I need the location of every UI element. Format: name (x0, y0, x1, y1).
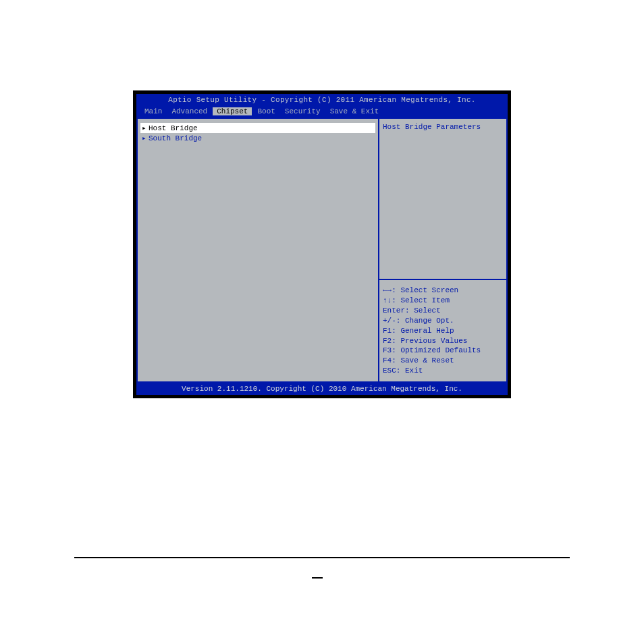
footer-text: Version 2.11.1210. Copyright (C) 2010 Am… (136, 383, 508, 395)
tab-advanced[interactable]: Advanced (167, 107, 211, 115)
menu-item-label: Host Bridge (149, 124, 198, 132)
menu-item-host-bridge[interactable]: ▸Host Bridge (140, 123, 375, 133)
page-dash (312, 577, 323, 579)
keyhelp-line: +/-: Change Opt. (383, 316, 503, 326)
keyhelp-line: ↑↓: Select Item (383, 296, 503, 306)
content-area: ▸Host Bridge ▸South Bridge Host Bridge P… (136, 117, 508, 383)
menu-item-label: South Bridge (149, 134, 202, 142)
page-divider (74, 557, 570, 558)
menu-panel: ▸Host Bridge ▸South Bridge (138, 117, 378, 383)
triangle-right-icon: ▸ (142, 134, 149, 142)
keyhelp-line: F1: General Help (383, 326, 503, 336)
keyhelp-line: Enter: Select (383, 306, 503, 316)
help-description: Host Bridge Parameters (379, 119, 506, 279)
keyhelp-line: F4: Save & Reset (383, 356, 503, 366)
tab-security[interactable]: Security (281, 107, 325, 115)
tab-main[interactable]: Main (140, 107, 166, 115)
keyhelp-line: ESC: Exit (383, 366, 503, 376)
keyhelp-line: F3: Optimized Defaults (383, 346, 503, 356)
tab-boot[interactable]: Boot (253, 107, 279, 115)
menu-item-south-bridge[interactable]: ▸South Bridge (140, 133, 375, 143)
help-panel: Host Bridge Parameters ←→: Select Screen… (378, 117, 506, 383)
key-help: ←→: Select Screen ↑↓: Select Item Enter:… (379, 279, 506, 381)
bios-window: Aptio Setup Utility - Copyright (C) 2011… (133, 90, 511, 398)
tab-chipset[interactable]: Chipset (213, 107, 252, 115)
tabs-bar: Main Advanced Chipset Boot Security Save… (136, 106, 508, 117)
keyhelp-line: F2: Previous Values (383, 336, 503, 346)
triangle-right-icon: ▸ (142, 124, 149, 132)
bios-inner: Aptio Setup Utility - Copyright (C) 2011… (136, 94, 508, 395)
tab-save-exit[interactable]: Save & Exit (326, 107, 383, 115)
keyhelp-line: ←→: Select Screen (383, 286, 503, 296)
header-title: Aptio Setup Utility - Copyright (C) 2011… (136, 94, 508, 106)
